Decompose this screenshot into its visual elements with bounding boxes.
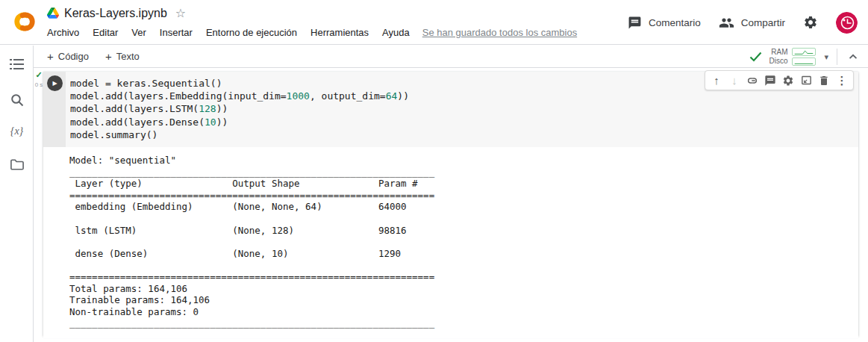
comment-label: Comentario [649, 17, 701, 28]
colab-window: Keras-Layers.ipynb ☆ Archivo Editar Ver … [0, 0, 868, 342]
copy-cell-link-button[interactable] [743, 72, 761, 90]
open-in-editor-button[interactable] [797, 72, 815, 90]
resources-widget[interactable]: RAM Disco [769, 48, 816, 66]
add-text-button[interactable]: + Texto [98, 47, 147, 66]
connected-check-icon [749, 52, 762, 62]
drive-icon [47, 7, 59, 19]
collapse-header-button[interactable] [844, 49, 862, 64]
cell-settings-button[interactable] [779, 72, 797, 90]
notebook-title[interactable]: Keras-Layers.ipynb [64, 7, 167, 20]
gear-icon [782, 75, 794, 87]
settings-button[interactable] [803, 15, 818, 30]
menu-item-herramientas[interactable]: Herramientas [304, 25, 375, 40]
sidebar-item-search[interactable] [0, 89, 34, 111]
run-cell-button[interactable]: ▶ [47, 75, 63, 91]
move-cell-down-button[interactable]: ↓ [725, 72, 743, 90]
delete-cell-button[interactable] [815, 72, 833, 90]
menu-item-ayuda[interactable]: Ayuda [375, 25, 416, 40]
header: Keras-Layers.ipynb ☆ Archivo Editar Ver … [0, 0, 868, 45]
variables-icon: {x} [10, 125, 23, 137]
toolbar-divider [837, 49, 837, 65]
comment-button[interactable]: Comentario [628, 16, 701, 30]
chevron-up-icon [847, 51, 859, 63]
add-text-label: Texto [116, 51, 140, 62]
arrow-up-icon: ↑ [714, 75, 719, 86]
trash-icon [818, 75, 830, 87]
plus-icon: + [105, 50, 112, 63]
move-cell-up-button[interactable]: ↑ [708, 72, 725, 90]
code-line: model.add(layers.Dense(10)) [70, 116, 852, 128]
disk-label: Disco [769, 57, 787, 66]
execution-check-icon: ✓ [34, 71, 44, 79]
table-of-contents-icon [10, 58, 24, 70]
folder-icon [10, 159, 24, 170]
ram-label: RAM [769, 48, 787, 57]
open-editor-icon [800, 74, 813, 87]
code-line: model.add(layers.LSTM(128)) [70, 102, 852, 115]
colab-logo[interactable] [7, 10, 42, 34]
cell-toolbar: ↑ ↓ [705, 70, 854, 90]
chevron-down-icon[interactable]: ▾ [822, 52, 830, 62]
link-icon [746, 74, 759, 87]
menu-bar: Archivo Editar Ver Insertar Entorno de e… [40, 25, 577, 40]
star-icon[interactable]: ☆ [175, 6, 186, 20]
left-sidebar: {x} [0, 46, 34, 342]
notebook-toolbar: + Código + Texto RAM Disco [34, 46, 868, 68]
menu-item-archivo[interactable]: Archivo [40, 25, 86, 40]
menu-item-ver[interactable]: Ver [125, 25, 153, 40]
cell-output-area: Model: "sequential" ____________________… [43, 147, 858, 338]
execution-indicator: ✓ 0 s [34, 71, 44, 88]
model-summary-output: Model: "sequential" ____________________… [69, 155, 852, 329]
more-vert-icon: ⋮ [837, 74, 848, 87]
add-code-button[interactable]: + Código [40, 47, 96, 66]
sidebar-item-table-of-contents[interactable] [0, 53, 34, 75]
code-line: model.summary() [70, 128, 852, 141]
sidebar-item-variables[interactable]: {x} [0, 120, 34, 143]
save-status-link[interactable]: Se han guardado todos los cambios [422, 27, 577, 38]
people-icon [719, 15, 734, 31]
plus-icon: + [47, 50, 54, 63]
code-cell: ↑ ↓ [43, 72, 858, 336]
menu-item-insertar[interactable]: Insertar [153, 25, 199, 40]
gear-icon [803, 15, 818, 30]
user-avatar[interactable] [836, 12, 858, 34]
comment-icon [628, 16, 642, 30]
menu-item-entorno-de-ejecucion[interactable]: Entorno de ejecución [199, 25, 304, 40]
notebook-area: ✓ 0 s ↑ ↓ [34, 69, 868, 342]
search-icon [10, 93, 24, 107]
menu-item-editar[interactable]: Editar [86, 25, 125, 40]
arrow-down-icon: ↓ [731, 75, 737, 86]
play-icon: ▶ [52, 81, 57, 87]
execution-time: 0 s [34, 81, 44, 88]
share-button[interactable]: Compartir [719, 15, 785, 31]
ram-sparkline [792, 48, 816, 56]
comment-icon [764, 75, 776, 87]
sidebar-item-files[interactable] [0, 153, 34, 175]
code-line: model.add(layers.Embedding(input_dim=100… [70, 90, 852, 102]
add-comment-button[interactable] [761, 72, 779, 90]
more-actions-button[interactable]: ⋮ [833, 72, 851, 90]
disk-sparkline [792, 57, 816, 66]
add-code-label: Código [58, 51, 89, 62]
cell-gutter: ▶ [43, 72, 66, 147]
share-label: Compartir [741, 17, 785, 28]
